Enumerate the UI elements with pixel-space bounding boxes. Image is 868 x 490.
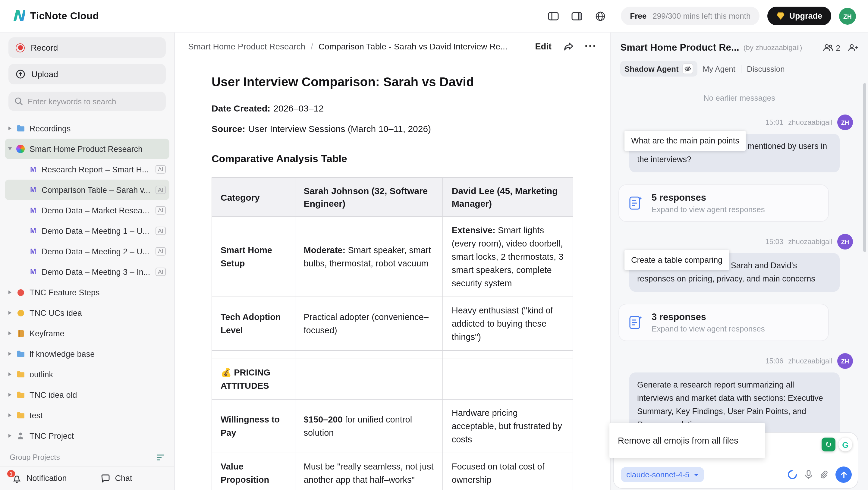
chevron-right-icon[interactable] bbox=[8, 311, 11, 315]
app-logo[interactable]: N TicNote Cloud bbox=[12, 7, 99, 25]
sidebar-item-label: TNC UCs idea bbox=[30, 308, 166, 317]
chat-button[interactable]: Chat bbox=[101, 473, 132, 483]
folder-icon bbox=[16, 350, 25, 358]
sidebar-item-label: TNC Feature Steps bbox=[30, 288, 166, 297]
notification-label: Notification bbox=[27, 474, 67, 483]
breadcrumb-separator: / bbox=[311, 41, 313, 51]
sidebar-item-label: test bbox=[30, 411, 166, 420]
table-spacer-row bbox=[212, 350, 573, 359]
chat-scrollbar[interactable] bbox=[863, 83, 866, 252]
sidebar-item-demo-data-market[interactable]: M Demo Data – Market Resea... AI bbox=[5, 200, 169, 221]
model-selector[interactable]: claude-sonnet-4-5 bbox=[621, 467, 704, 482]
app-title: TicNote Cloud bbox=[30, 10, 99, 22]
responses-expand-hint: Expand to view agent responses bbox=[652, 324, 765, 333]
chevron-right-icon[interactable] bbox=[8, 393, 11, 397]
chevron-right-icon[interactable] bbox=[8, 352, 11, 356]
chevron-down-icon[interactable] bbox=[8, 147, 12, 150]
message-time: 15:06 bbox=[765, 357, 783, 365]
sender-avatar: ZH bbox=[837, 353, 853, 369]
add-person-icon[interactable] bbox=[847, 43, 858, 52]
breadcrumb-parent[interactable]: Smart Home Product Research bbox=[188, 41, 305, 51]
agent-responses-card[interactable]: 5 responses Expand to view agent respons… bbox=[618, 184, 829, 222]
notification-button[interactable]: 1 Notification bbox=[12, 473, 67, 483]
highlight-overlay: Create a table comparing bbox=[624, 250, 729, 270]
notebook-icon bbox=[16, 329, 25, 337]
chevron-right-icon[interactable] bbox=[8, 434, 11, 437]
model-name: claude-sonnet-4-5 bbox=[626, 470, 689, 479]
message-time: 15:03 bbox=[765, 238, 783, 246]
upload-button[interactable]: Upload bbox=[8, 64, 166, 84]
sidebar-item-test[interactable]: test bbox=[5, 405, 169, 426]
breadcrumb: Smart Home Product Research / Comparison… bbox=[175, 33, 610, 60]
more-options-icon[interactable]: ··· bbox=[585, 43, 597, 50]
markdown-doc-icon: M bbox=[29, 226, 37, 235]
tab-my-agent[interactable]: My Agent bbox=[703, 64, 735, 73]
sidebar-item-label: Recordings bbox=[30, 124, 166, 133]
sidebar-item-demo-data-meeting-1[interactable]: M Demo Data – Meeting 1 – U... AI bbox=[5, 221, 169, 241]
sidebar-item-outlink[interactable]: outlink bbox=[5, 364, 169, 385]
responses-expand-hint: Expand to view agent responses bbox=[652, 205, 765, 214]
edit-button[interactable]: Edit bbox=[535, 41, 552, 51]
participants-button[interactable]: 2 bbox=[823, 43, 840, 52]
share-icon[interactable] bbox=[564, 42, 574, 51]
column-header: Sarah Johnson (32, Software Engineer) bbox=[295, 178, 443, 217]
sidebar-item-tnc-feature-steps[interactable]: TNC Feature Steps bbox=[5, 282, 169, 303]
search-input[interactable] bbox=[28, 97, 160, 106]
chat-header: Smart Home Product Re... (by zhuozaabiga… bbox=[611, 33, 868, 56]
chevron-right-icon[interactable] bbox=[8, 372, 11, 376]
grammarly-icon[interactable]: G bbox=[838, 437, 852, 452]
sidebar-item-tnc-project[interactable]: TNC Project bbox=[5, 426, 169, 446]
user-avatar[interactable]: ZH bbox=[839, 7, 856, 24]
left-panel-toggle-icon[interactable] bbox=[546, 8, 561, 24]
search-box[interactable] bbox=[8, 92, 166, 111]
agent-responses-card[interactable]: 3 responses Expand to view agent respons… bbox=[618, 304, 829, 341]
logo-icon: N bbox=[12, 7, 25, 25]
group-projects-label: Group Projects bbox=[10, 453, 60, 462]
responses-count: 3 responses bbox=[652, 312, 765, 323]
sidebar-item-research-report[interactable]: M Research Report – Smart H... AI bbox=[5, 159, 169, 180]
microphone-icon[interactable] bbox=[804, 469, 813, 480]
table-row: Tech Adoption Level Practical adopter (c… bbox=[212, 297, 573, 350]
sidebar-item-comparison-table[interactable]: M Comparison Table – Sarah v... AI bbox=[5, 180, 169, 200]
column-header: Category bbox=[212, 178, 295, 217]
sidebar-item-tnc-idea-old[interactable]: TNC idea old bbox=[5, 385, 169, 405]
sidebar-item-recordings[interactable]: Recordings bbox=[5, 118, 169, 139]
eye-off-icon[interactable] bbox=[682, 63, 693, 74]
breadcrumb-current: Comparison Table - Sarah vs David Interv… bbox=[318, 41, 507, 51]
doc-section-title: Comparative Analysis Table bbox=[212, 153, 573, 165]
language-globe-icon[interactable] bbox=[592, 8, 608, 24]
sort-list-icon[interactable] bbox=[156, 454, 164, 461]
chat-message: 15:01 zhuozaabigail ZH What are the main… bbox=[618, 115, 860, 172]
sidebar-item-keyframe[interactable]: Keyframe bbox=[5, 323, 169, 343]
chevron-right-icon[interactable] bbox=[8, 290, 11, 294]
chevron-right-icon[interactable] bbox=[8, 332, 11, 335]
sidebar-item-demo-data-meeting-2[interactable]: M Demo Data – Meeting 2 – U... AI bbox=[5, 241, 169, 262]
plan-usage-pill[interactable]: Free 299/300 mins left this month bbox=[621, 7, 760, 25]
sidebar-item-demo-data-meeting-3[interactable]: M Demo Data – Meeting 3 – In... AI bbox=[5, 262, 169, 282]
sidebar-item-lf-knowledge-base[interactable]: lf knowledge base bbox=[5, 343, 169, 364]
sidebar-item-label: Keyframe bbox=[30, 329, 166, 338]
sidebar-item-tnc-ucs-idea[interactable]: TNC UCs idea bbox=[5, 303, 169, 323]
tab-shadow-agent[interactable]: Shadow Agent bbox=[620, 61, 698, 76]
right-panel-toggle-icon[interactable] bbox=[569, 8, 585, 24]
doc-title: User Interview Comparison: Sarah vs Davi… bbox=[212, 75, 573, 89]
extension-refresh-icon[interactable]: ↻ bbox=[822, 437, 835, 452]
record-button[interactable]: Record bbox=[8, 37, 166, 58]
chat-panel: Smart Home Product Re... (by zhuozaabiga… bbox=[610, 33, 868, 490]
document-scroll[interactable]: User Interview Comparison: Sarah vs Davi… bbox=[175, 60, 610, 490]
send-button[interactable] bbox=[835, 466, 852, 483]
attachment-icon[interactable] bbox=[820, 470, 829, 480]
record-label: Record bbox=[31, 43, 58, 53]
upgrade-label: Upgrade bbox=[789, 11, 822, 21]
sidebar-item-smart-home-product-research[interactable]: Smart Home Product Research bbox=[5, 139, 169, 159]
extension-buttons: ↻ G bbox=[822, 437, 852, 452]
highlight-overlay: What are the main pain points bbox=[624, 131, 746, 151]
ticnote-cloud-app: N TicNote Cloud Free 299/300 mins left t… bbox=[0, 0, 868, 490]
tab-discussion[interactable]: Discussion bbox=[747, 64, 785, 73]
chevron-right-icon[interactable] bbox=[8, 414, 11, 417]
upload-icon bbox=[16, 69, 25, 79]
sidebar: Record Upload Recordings Smart Home P bbox=[0, 33, 175, 490]
chevron-right-icon[interactable] bbox=[8, 127, 11, 130]
upgrade-button[interactable]: Upgrade bbox=[767, 7, 831, 25]
yellow-dot-icon bbox=[16, 309, 25, 316]
